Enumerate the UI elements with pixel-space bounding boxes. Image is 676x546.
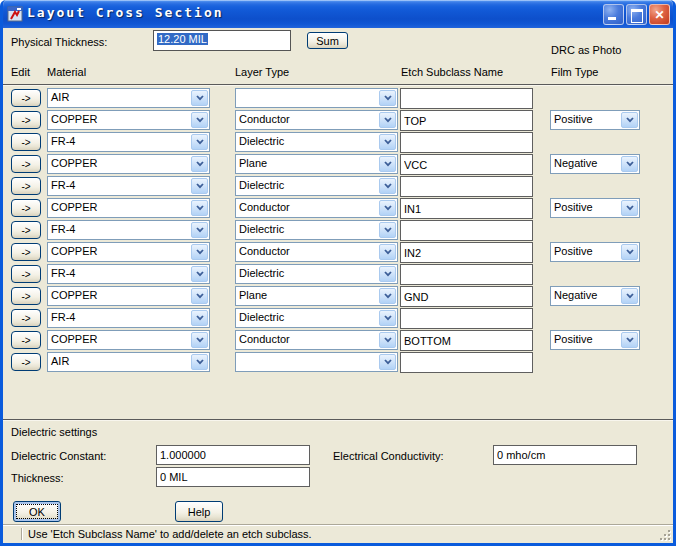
- layer-type-combo[interactable]: Plane: [235, 286, 398, 306]
- etch-subclass-input[interactable]: [400, 264, 533, 285]
- electrical-conductivity-input[interactable]: [493, 445, 637, 465]
- material-combo[interactable]: FR-4: [47, 220, 210, 240]
- layer-type-combo[interactable]: Dielectric: [235, 308, 398, 328]
- chevron-down-icon[interactable]: [191, 178, 208, 194]
- layer-type-combo[interactable]: Dielectric: [235, 176, 398, 196]
- chevron-down-icon[interactable]: [191, 156, 208, 172]
- chevron-down-icon[interactable]: [379, 310, 396, 326]
- material-combo[interactable]: FR-4: [47, 264, 210, 284]
- layer-type-combo[interactable]: Conductor: [235, 110, 398, 130]
- material-combo[interactable]: FR-4: [47, 308, 210, 328]
- chevron-down-icon[interactable]: [621, 156, 638, 172]
- chevron-down-icon[interactable]: [191, 354, 208, 370]
- chevron-down-icon[interactable]: [621, 288, 638, 304]
- sum-button[interactable]: Sum: [307, 32, 348, 49]
- material-combo[interactable]: FR-4: [47, 176, 210, 196]
- chevron-down-icon[interactable]: [379, 178, 396, 194]
- chevron-down-icon[interactable]: [379, 332, 396, 348]
- chevron-down-icon[interactable]: [621, 244, 638, 260]
- etch-subclass-input[interactable]: [400, 88, 533, 109]
- resize-grip-icon[interactable]: [659, 529, 672, 542]
- film-type-combo[interactable]: Negative: [550, 286, 640, 306]
- chevron-down-icon[interactable]: [379, 244, 396, 260]
- layer-type-combo[interactable]: Conductor: [235, 198, 398, 218]
- edit-row-button[interactable]: ->: [11, 287, 41, 305]
- layer-type-combo[interactable]: Plane: [235, 154, 398, 174]
- edit-row-button[interactable]: ->: [11, 133, 41, 151]
- chevron-down-icon[interactable]: [191, 200, 208, 216]
- etch-subclass-input[interactable]: [400, 110, 533, 131]
- minimize-icon[interactable]: [603, 4, 624, 25]
- edit-row-button[interactable]: ->: [11, 177, 41, 195]
- material-combo[interactable]: COPPER: [47, 198, 210, 218]
- chevron-down-icon[interactable]: [621, 332, 638, 348]
- layer-type-combo[interactable]: Dielectric: [235, 132, 398, 152]
- physical-thickness-input[interactable]: 12.20 MIL: [153, 30, 291, 51]
- edit-row-button[interactable]: ->: [11, 111, 41, 129]
- etch-subclass-input[interactable]: [400, 198, 533, 219]
- chevron-down-icon[interactable]: [379, 156, 396, 172]
- chevron-down-icon[interactable]: [191, 222, 208, 238]
- edit-row-button[interactable]: ->: [11, 155, 41, 173]
- chevron-down-icon[interactable]: [191, 134, 208, 150]
- chevron-down-icon[interactable]: [379, 134, 396, 150]
- etch-subclass-input[interactable]: [400, 176, 533, 197]
- chevron-down-icon[interactable]: [379, 354, 396, 370]
- layer-type-combo[interactable]: [235, 352, 398, 372]
- chevron-down-icon[interactable]: [191, 112, 208, 128]
- chevron-down-icon[interactable]: [379, 200, 396, 216]
- edit-row-button[interactable]: ->: [11, 309, 41, 327]
- material-combo[interactable]: COPPER: [47, 286, 210, 306]
- film-type-combo[interactable]: Positive: [550, 110, 640, 130]
- maximize-icon[interactable]: [626, 4, 647, 25]
- chevron-down-icon[interactable]: [621, 112, 638, 128]
- etch-subclass-input[interactable]: [400, 220, 533, 241]
- chevron-down-icon[interactable]: [191, 90, 208, 106]
- dielectric-constant-input[interactable]: [156, 445, 310, 465]
- etch-subclass-input[interactable]: [400, 352, 533, 373]
- chevron-down-icon[interactable]: [379, 112, 396, 128]
- help-button[interactable]: Help: [175, 501, 223, 522]
- film-type-combo[interactable]: Positive: [550, 198, 640, 218]
- edit-row-button[interactable]: ->: [11, 243, 41, 261]
- chevron-down-icon[interactable]: [191, 266, 208, 282]
- edit-row-button[interactable]: ->: [11, 353, 41, 371]
- film-type-combo[interactable]: Positive: [550, 330, 640, 350]
- material-combo[interactable]: COPPER: [47, 242, 210, 262]
- chevron-down-icon[interactable]: [191, 332, 208, 348]
- chevron-down-icon[interactable]: [379, 90, 396, 106]
- etch-subclass-input[interactable]: [400, 330, 533, 351]
- layer-type-combo[interactable]: Conductor: [235, 242, 398, 262]
- edit-row-button[interactable]: ->: [11, 199, 41, 217]
- material-combo[interactable]: FR-4: [47, 132, 210, 152]
- etch-subclass-input[interactable]: [400, 308, 533, 329]
- etch-subclass-input[interactable]: [400, 154, 533, 175]
- chevron-down-icon[interactable]: [379, 288, 396, 304]
- etch-subclass-input[interactable]: [400, 242, 533, 263]
- title-bar[interactable]: Layout Cross Section ✕: [0, 0, 676, 28]
- chevron-down-icon[interactable]: [379, 266, 396, 282]
- thickness-input[interactable]: [156, 467, 310, 487]
- material-combo[interactable]: COPPER: [47, 154, 210, 174]
- material-combo[interactable]: AIR: [47, 88, 210, 108]
- film-type-combo[interactable]: Negative: [550, 154, 640, 174]
- material-combo[interactable]: COPPER: [47, 330, 210, 350]
- chevron-down-icon[interactable]: [621, 200, 638, 216]
- chevron-down-icon[interactable]: [191, 288, 208, 304]
- edit-row-button[interactable]: ->: [11, 331, 41, 349]
- layer-type-combo[interactable]: [235, 88, 398, 108]
- chevron-down-icon[interactable]: [191, 310, 208, 326]
- ok-button[interactable]: OK: [13, 501, 61, 522]
- close-icon[interactable]: ✕: [649, 4, 670, 25]
- edit-row-button[interactable]: ->: [11, 265, 41, 283]
- chevron-down-icon[interactable]: [191, 244, 208, 260]
- film-type-combo[interactable]: Positive: [550, 242, 640, 262]
- layer-type-combo[interactable]: Dielectric: [235, 264, 398, 284]
- layer-type-combo[interactable]: Dielectric: [235, 220, 398, 240]
- material-combo[interactable]: COPPER: [47, 110, 210, 130]
- etch-subclass-input[interactable]: [400, 286, 533, 307]
- layer-type-combo[interactable]: Conductor: [235, 330, 398, 350]
- edit-row-button[interactable]: ->: [11, 89, 41, 107]
- edit-row-button[interactable]: ->: [11, 221, 41, 239]
- etch-subclass-input[interactable]: [400, 132, 533, 153]
